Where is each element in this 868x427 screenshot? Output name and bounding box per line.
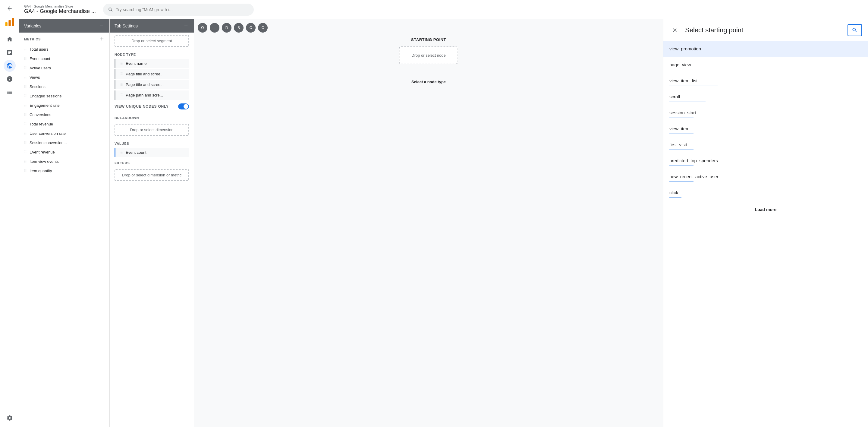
top-search[interactable]: [103, 4, 254, 16]
drag-handle: ⠿: [24, 169, 27, 173]
main-area: Variables METRICS ⠿ Total users ⠿ Event …: [19, 19, 868, 427]
node-type-page-path[interactable]: ⠿ Page path and scre...: [115, 90, 189, 100]
metrics-section-header: METRICS: [19, 33, 110, 44]
avatar-l[interactable]: L: [210, 23, 219, 33]
metric-active-users[interactable]: ⠿ Active users: [19, 63, 110, 73]
metric-item-view-events[interactable]: ⠿ Item view events: [19, 157, 110, 166]
metric-event-count[interactable]: ⠿ Event count: [19, 54, 110, 63]
metric-event-revenue[interactable]: ⠿ Event revenue: [19, 148, 110, 157]
canvas-area: O L D B C C STARTING POINT Drop or selec…: [194, 19, 663, 427]
drag-handle: ⠿: [24, 66, 27, 70]
node-type-page-title-2[interactable]: ⠿ Page title and scree...: [115, 80, 189, 89]
tab-settings-panel: Tab Settings Drop or select segment NODE…: [110, 19, 194, 427]
drag-handle: ⠿: [24, 47, 27, 52]
variables-minimize[interactable]: [98, 23, 104, 29]
starting-point-label: STARTING POINT: [411, 37, 446, 42]
metrics-list: ⠿ Total users ⠿ Event count ⠿ Active use…: [19, 44, 110, 427]
drag-handle: ⠿: [24, 85, 27, 89]
drag-handle: ⠿: [24, 103, 27, 108]
metric-engagement-rate[interactable]: ⠿ Engagement rate: [19, 101, 110, 110]
top-title: GA4 - Google Merchandise ...: [24, 8, 96, 14]
value-event-count[interactable]: ⠿ Event count: [115, 148, 189, 157]
nav-data[interactable]: [4, 86, 16, 98]
node-type-page-title-1[interactable]: ⠿ Page title and scree...: [115, 69, 189, 79]
node-type-label: NODE TYPE: [110, 49, 194, 58]
drag-handle: ⠿: [24, 159, 27, 164]
values-label: VALUES: [110, 138, 194, 147]
breakdown-drop-area[interactable]: Drop or select dimension: [115, 124, 189, 136]
select-item-view-item[interactable]: view_item: [663, 121, 868, 137]
drag-handle: ⠿: [24, 57, 27, 61]
view-unique-toggle[interactable]: [178, 103, 189, 110]
metric-conversions[interactable]: ⠿ Conversions: [19, 110, 110, 119]
select-item-scroll[interactable]: scroll: [663, 89, 868, 105]
drag-handle: ⠿: [120, 150, 123, 155]
view-unique-nodes-row: VIEW UNIQUE NODES ONLY: [110, 100, 194, 113]
select-item-click[interactable]: click: [663, 185, 868, 201]
drag-handle: ⠿: [24, 122, 27, 126]
svg-rect-0: [5, 22, 7, 26]
filters-drop-area[interactable]: Drop or select dimension or metric: [115, 169, 189, 181]
node-type-event-name[interactable]: ⠿ Event name: [115, 59, 189, 68]
nav-explore[interactable]: [4, 60, 16, 72]
select-item-session-start[interactable]: session_start: [663, 105, 868, 121]
metric-engaged-sessions[interactable]: ⠿ Engaged sessions: [19, 91, 110, 101]
tab-settings-header: Tab Settings: [110, 19, 194, 33]
variables-panel: Variables METRICS ⠿ Total users ⠿ Event …: [19, 19, 110, 427]
drag-handle: ⠿: [120, 93, 123, 97]
avatar-c2[interactable]: C: [258, 23, 268, 33]
drop-node-area[interactable]: Drop or select node: [399, 47, 458, 64]
metric-item-quantity[interactable]: ⠿ Item quantity: [19, 166, 110, 176]
select-item-predicted-top-spenders[interactable]: predicted_top_spenders: [663, 153, 868, 169]
metric-sessions[interactable]: ⠿ Sessions: [19, 82, 110, 91]
select-item-page-view[interactable]: page_view: [663, 57, 868, 73]
drag-handle: ⠿: [24, 94, 27, 98]
select-item-view-item-list[interactable]: view_item_list: [663, 73, 868, 89]
load-more-button[interactable]: Load more: [663, 201, 868, 218]
nav-home[interactable]: [4, 33, 16, 45]
svg-rect-1: [8, 20, 10, 26]
metric-total-revenue[interactable]: ⠿ Total revenue: [19, 119, 110, 129]
avatar-d[interactable]: D: [222, 23, 231, 33]
select-panel-title: Select starting point: [685, 26, 843, 34]
view-unique-label: VIEW UNIQUE NODES ONLY: [115, 104, 178, 109]
filters-label: FILTERS: [110, 158, 194, 167]
avatar-b[interactable]: B: [234, 23, 244, 33]
drag-handle: ⠿: [24, 131, 27, 136]
metric-total-users[interactable]: ⠿ Total users: [19, 44, 110, 54]
metric-user-conversion-rate[interactable]: ⠿ User conversion rate: [19, 129, 110, 138]
add-metric-button[interactable]: [99, 36, 104, 42]
drag-handle: ⠿: [24, 113, 27, 117]
left-nav: [0, 0, 19, 427]
select-node-label: Select a node type: [411, 80, 446, 84]
drag-handle: ⠿: [120, 83, 123, 87]
drag-handle: ⠿: [24, 75, 27, 80]
metric-session-conversion[interactable]: ⠿ Session conversion...: [19, 138, 110, 148]
nav-advertising[interactable]: [4, 73, 16, 85]
select-item-first-visit[interactable]: first_visit: [663, 137, 868, 153]
select-item-view-promotion[interactable]: view_promotion: [663, 41, 868, 57]
select-item-new-recent-active-user[interactable]: new_recent_active_user: [663, 169, 868, 185]
svg-rect-2: [12, 18, 14, 26]
drag-handle: ⠿: [24, 150, 27, 154]
select-search-button[interactable]: [847, 24, 862, 36]
drag-handle: ⠿: [120, 62, 123, 66]
close-panel-button[interactable]: [670, 25, 680, 36]
avatar-c1[interactable]: C: [246, 23, 255, 33]
avatar-o[interactable]: O: [198, 23, 207, 33]
metric-views[interactable]: ⠿ Views: [19, 73, 110, 82]
variables-title: Variables: [24, 24, 41, 28]
select-starting-point-panel: Select starting point view_promotion pag…: [663, 19, 868, 427]
top-bar: GA4 - Google Merchandise Store GA4 - Goo…: [19, 0, 868, 19]
back-button[interactable]: [4, 2, 16, 14]
nav-settings[interactable]: [4, 412, 16, 424]
drag-handle: ⠿: [120, 72, 123, 76]
nav-reports[interactable]: [4, 47, 16, 59]
breakdown-label: BREAKDOWN: [110, 113, 194, 122]
segment-drop-area[interactable]: Drop or select segment: [115, 35, 189, 47]
select-list: view_promotion page_view view_item_list …: [663, 41, 868, 427]
variables-header: Variables: [19, 19, 110, 33]
tab-settings-minimize[interactable]: [183, 23, 189, 29]
tab-settings-title: Tab Settings: [115, 24, 138, 28]
search-input[interactable]: [116, 7, 249, 12]
